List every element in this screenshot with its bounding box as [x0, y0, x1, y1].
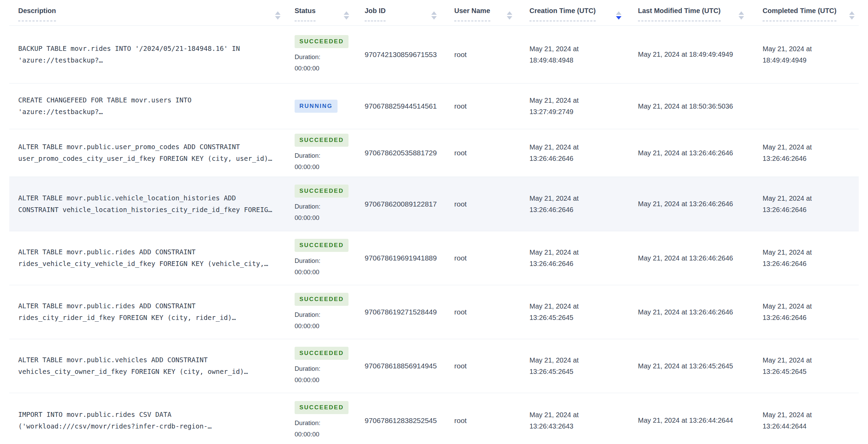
column-header[interactable]: Description — [9, 0, 290, 21]
user-name-cell: root — [446, 102, 522, 110]
sort-icon[interactable] — [739, 11, 744, 20]
creation-time-cell: May 21, 2024 at 13:26:43:2643 — [522, 409, 631, 432]
creation-time-clock: 13:26:46:2646 — [529, 153, 631, 164]
description-line: ALTER TABLE movr.public.user_promo_codes… — [18, 141, 290, 153]
status-badge: SUCCEEDED — [295, 401, 349, 414]
duration-label: Duration: — [295, 51, 359, 63]
sort-icon[interactable] — [344, 11, 349, 20]
jobs-table: Description Status Job ID User Name Crea… — [9, 0, 859, 444]
column-header[interactable]: Completed Time (UTC) — [754, 0, 859, 21]
job-id-value: 970678619691941889 — [365, 254, 437, 262]
duration-value: 00:00:00 — [295, 429, 359, 440]
duration-label: Duration: — [295, 417, 359, 429]
user-name-value: root — [454, 417, 467, 424]
column-header-label: Last Modified Time (UTC) — [638, 6, 721, 21]
table-row[interactable]: BACKUP TABLE movr.rides INTO '/2024/05/2… — [9, 26, 859, 84]
user-name-value: root — [454, 102, 467, 110]
sort-up-arrow-icon — [344, 11, 349, 15]
status-cell: SUCCEEDED Duration: 00:00:00 — [290, 134, 359, 173]
column-header[interactable]: Job ID — [359, 0, 446, 21]
job-description-link[interactable]: IMPORT INTO movr.public.rides CSV DATA (… — [18, 409, 290, 432]
table-row[interactable]: ALTER TABLE movr.public.vehicles ADD CON… — [9, 339, 859, 393]
status-badge: SUCCEEDED — [295, 239, 349, 252]
description-line: ALTER TABLE movr.public.vehicle_location… — [18, 192, 290, 204]
completed-time-clock: 13:26:44:2644 — [763, 421, 855, 432]
completed-time-value: May 21, 2024 at 13:26:44:2644 — [763, 409, 855, 432]
sort-icon[interactable] — [616, 11, 621, 20]
user-name-cell: root — [446, 417, 522, 425]
duration: Duration: 00:00:00 — [295, 51, 359, 74]
creation-time-clock: 13:26:43:2643 — [529, 421, 631, 432]
duration-value: 00:00:00 — [295, 212, 359, 223]
description-line: CREATE CHANGEFEED FOR TABLE movr.users I… — [18, 95, 290, 106]
completed-time-clock: 13:26:46:2646 — [763, 312, 855, 323]
user-name-value: root — [454, 362, 467, 370]
table-row[interactable]: CREATE CHANGEFEED FOR TABLE movr.users I… — [9, 84, 859, 129]
table-row[interactable]: ALTER TABLE movr.public.user_promo_codes… — [9, 129, 859, 177]
last-modified-time-cell: May 21, 2024 at 18:50:36:5036 — [631, 101, 754, 112]
creation-time-date: May 21, 2024 at — [529, 95, 631, 106]
job-description-link[interactable]: ALTER TABLE movr.public.user_promo_codes… — [18, 141, 290, 165]
column-header[interactable]: Creation Time (UTC) — [522, 0, 631, 21]
job-description-link[interactable]: ALTER TABLE movr.public.vehicle_location… — [18, 192, 290, 216]
job-id-cell: 970678620089122817 — [359, 200, 446, 208]
table-row[interactable]: ALTER TABLE movr.public.vehicle_location… — [9, 177, 859, 231]
job-id-cell: 970678620535881729 — [359, 149, 446, 157]
creation-time-value: May 21, 2024 at 13:26:45:2645 — [529, 301, 631, 323]
table-body: BACKUP TABLE movr.rides INTO '/2024/05/2… — [9, 26, 859, 444]
sort-icon[interactable] — [431, 11, 437, 20]
completed-time-clock: 18:49:49:4949 — [763, 55, 855, 66]
duration-label: Duration: — [295, 309, 359, 320]
description-line: BACKUP TABLE movr.rides INTO '/2024/05/2… — [18, 43, 290, 55]
sort-icon[interactable] — [849, 11, 855, 20]
last-modified-time-value: May 21, 2024 at 13:26:46:2646 — [638, 308, 733, 316]
status-badge: SUCCEEDED — [295, 185, 349, 198]
creation-time-clock: 13:26:46:2646 — [529, 204, 631, 215]
completed-time-value: May 21, 2024 at 13:26:46:2646 — [763, 247, 855, 269]
duration: Duration: 00:00:00 — [295, 417, 359, 440]
column-header[interactable]: Last Modified Time (UTC) — [631, 0, 754, 21]
duration-value: 00:00:00 — [295, 266, 359, 278]
status-cell: SUCCEEDED Duration: 00:00:00 — [290, 239, 359, 278]
sort-icon[interactable] — [275, 11, 281, 20]
completed-time-value: May 21, 2024 at 13:26:46:2646 — [763, 301, 855, 323]
job-description-link[interactable]: BACKUP TABLE movr.rides INTO '/2024/05/2… — [18, 43, 290, 66]
job-description-link[interactable]: ALTER TABLE movr.public.vehicles ADD CON… — [18, 354, 290, 378]
column-header-label: Creation Time (UTC) — [529, 6, 596, 21]
job-id-value: 970678620089122817 — [365, 200, 437, 208]
sort-up-arrow-icon — [431, 11, 437, 15]
job-id-cell: 970678619691941889 — [359, 254, 446, 262]
completed-time-value: May 21, 2024 at 13:26:46:2646 — [763, 142, 855, 164]
creation-time-clock: 13:26:46:2646 — [529, 258, 631, 269]
creation-time-cell: May 21, 2024 at 13:26:46:2646 — [522, 247, 631, 269]
description-cell: IMPORT INTO movr.public.rides CSV DATA (… — [9, 409, 290, 432]
job-description-link[interactable]: ALTER TABLE movr.public.rides ADD CONSTR… — [18, 300, 290, 324]
last-modified-time-value: May 21, 2024 at 18:50:36:5036 — [638, 102, 733, 110]
creation-time-value: May 21, 2024 at 13:26:46:2646 — [529, 247, 631, 269]
job-description-link[interactable]: ALTER TABLE movr.public.rides ADD CONSTR… — [18, 246, 290, 270]
last-modified-time-cell: May 21, 2024 at 13:26:46:2646 — [631, 147, 754, 159]
column-header[interactable]: Status — [290, 0, 359, 21]
status-badge: SUCCEEDED — [295, 35, 349, 48]
last-modified-time-cell: May 21, 2024 at 13:26:46:2646 — [631, 307, 754, 318]
column-header[interactable]: User Name — [446, 0, 522, 21]
sort-icon[interactable] — [507, 11, 512, 20]
table-row[interactable]: ALTER TABLE movr.public.rides ADD CONSTR… — [9, 285, 859, 339]
status-cell: RUNNING — [290, 100, 359, 113]
sort-down-arrow-icon — [507, 16, 512, 20]
status-cell: SUCCEEDED Duration: 00:00:00 — [290, 347, 359, 386]
description-line: ALTER TABLE movr.public.vehicles ADD CON… — [18, 354, 290, 366]
completed-time-clock: 13:26:46:2646 — [763, 153, 855, 164]
completed-time-date: May 21, 2024 at — [763, 301, 855, 312]
table-row[interactable]: IMPORT INTO movr.public.rides CSV DATA (… — [9, 393, 859, 444]
column-header-label: Description — [18, 6, 56, 21]
status-cell: SUCCEEDED Duration: 00:00:00 — [290, 401, 359, 440]
last-modified-time-cell: May 21, 2024 at 13:26:44:2644 — [631, 415, 754, 426]
creation-time-cell: May 21, 2024 at 18:49:48:4948 — [522, 43, 631, 66]
creation-time-date: May 21, 2024 at — [529, 193, 631, 204]
job-description-link[interactable]: CREATE CHANGEFEED FOR TABLE movr.users I… — [18, 95, 290, 118]
job-id-value: 970678620535881729 — [365, 149, 437, 157]
creation-time-date: May 21, 2024 at — [529, 247, 631, 258]
table-row[interactable]: ALTER TABLE movr.public.rides ADD CONSTR… — [9, 231, 859, 285]
creation-time-clock: 18:49:48:4948 — [529, 55, 631, 66]
